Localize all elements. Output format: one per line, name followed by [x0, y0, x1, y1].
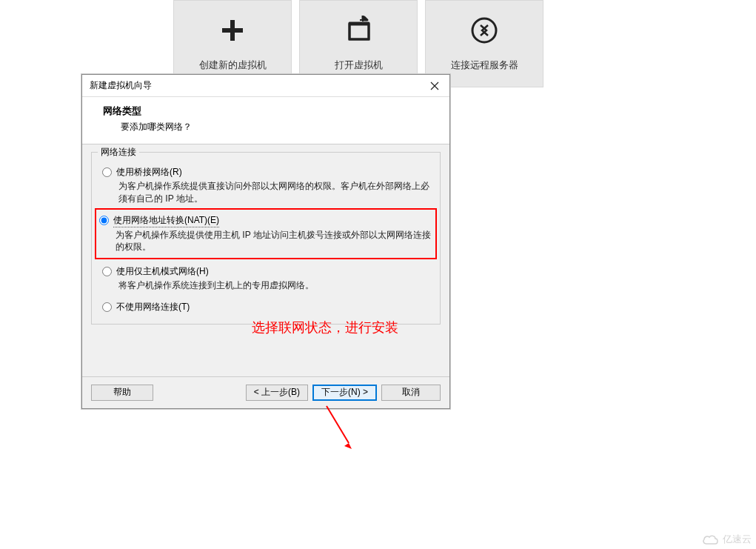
tile-label: 打开虚拟机 [335, 59, 383, 72]
new-vm-wizard-dialog: 新建虚拟机向导 网络类型 要添加哪类网络？ 网络连接 使用桥接网络(R) 为客户… [81, 74, 450, 409]
dialog-header: 网络类型 要添加哪类网络？ [82, 97, 449, 144]
svg-rect-2 [349, 24, 369, 39]
radio-bridged-input[interactable] [102, 167, 112, 177]
next-button[interactable]: 下一步(N) > [312, 385, 377, 401]
radio-bridged-desc: 为客户机操作系统提供直接访问外部以太网网络的权限。客户机在外部网络上必须有自己的… [118, 180, 432, 205]
cloud-icon [702, 533, 720, 545]
radio-bridged-label: 使用桥接网络(R) [116, 166, 182, 179]
radio-nat-label: 使用网络地址转换(NAT)(E) [113, 214, 219, 227]
network-connection-group: 网络连接 使用桥接网络(R) 为客户机操作系统提供直接访问外部以太网网络的权限。… [91, 152, 441, 325]
remote-server-icon [469, 16, 499, 45]
radio-none: 不使用网络连接(T) [99, 301, 432, 313]
svg-point-3 [472, 19, 496, 42]
radio-hostonly-row[interactable]: 使用仅主机模式网络(H) [102, 265, 432, 278]
radio-none-input[interactable] [102, 302, 112, 312]
radio-nat-desc: 为客户机操作系统提供使用主机 IP 地址访问主机拨号连接或外部以太网网络连接的权… [116, 229, 432, 254]
watermark-text: 亿速云 [723, 533, 752, 546]
svg-marker-5 [344, 443, 352, 449]
dialog-content: 网络连接 使用桥接网络(R) 为客户机操作系统提供直接访问外部以太网网络的权限。… [82, 144, 449, 376]
annotation-arrow [319, 402, 364, 462]
tile-label: 创建新的虚拟机 [199, 59, 267, 72]
radio-none-row[interactable]: 不使用网络连接(T) [102, 301, 432, 313]
radio-hostonly-label: 使用仅主机模式网络(H) [116, 265, 209, 278]
svg-rect-1 [222, 28, 243, 33]
radio-bridged: 使用桥接网络(R) 为客户机操作系统提供直接访问外部以太网网络的权限。客户机在外… [99, 166, 432, 205]
radio-bridged-row[interactable]: 使用桥接网络(R) [102, 166, 432, 179]
dialog-title: 新建虚拟机向导 [90, 79, 152, 92]
radio-hostonly: 使用仅主机模式网络(H) 将客户机操作系统连接到主机上的专用虚拟网络。 [99, 265, 432, 292]
dialog-footer: 帮助 < 上一步(B) 下一步(N) > 取消 [82, 376, 449, 408]
cancel-button[interactable]: 取消 [381, 385, 441, 401]
radio-hostonly-desc: 将客户机操作系统连接到主机上的专用虚拟网络。 [118, 279, 432, 292]
radio-nat-container: 使用网络地址转换(NAT)(E) 为客户机操作系统提供使用主机 IP 地址访问主… [95, 208, 437, 260]
close-button[interactable] [420, 75, 449, 97]
folder-open-icon [344, 16, 373, 45]
svg-line-4 [327, 406, 349, 443]
annotation-text: 选择联网状态，进行安装 [252, 319, 398, 336]
radio-hostonly-input[interactable] [102, 267, 112, 276]
radio-nat-input[interactable] [99, 216, 109, 225]
radio-none-label: 不使用网络连接(T) [116, 301, 190, 313]
dialog-titlebar: 新建虚拟机向导 [82, 75, 449, 97]
group-label: 网络连接 [98, 146, 139, 159]
watermark: 亿速云 [702, 533, 752, 546]
help-button[interactable]: 帮助 [91, 385, 153, 401]
header-subtitle: 要添加哪类网络？ [121, 121, 435, 133]
plus-icon [218, 16, 247, 45]
back-button[interactable]: < 上一步(B) [246, 385, 308, 401]
radio-nat-row[interactable]: 使用网络地址转换(NAT)(E) [99, 214, 432, 227]
close-icon [430, 81, 439, 90]
header-title: 网络类型 [103, 104, 435, 118]
tile-label: 连接远程服务器 [451, 59, 518, 72]
